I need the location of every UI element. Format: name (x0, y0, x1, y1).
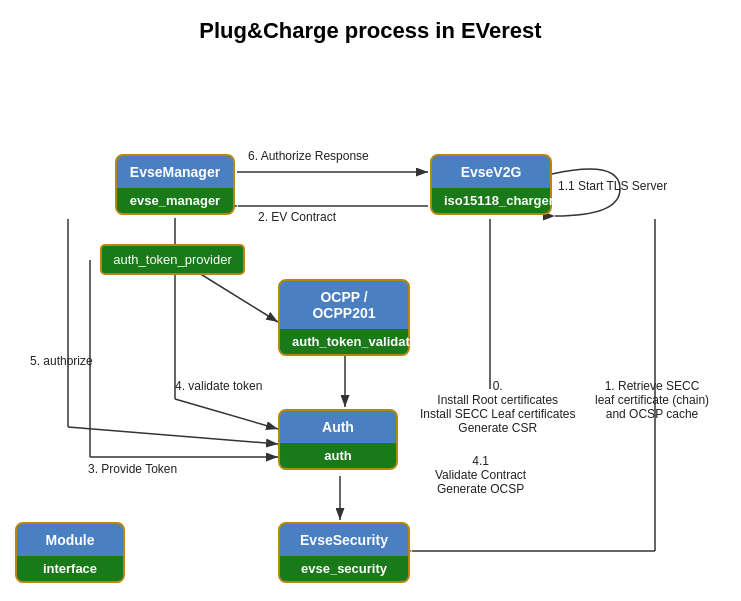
diagram-area: EvseManager evse_manager auth_token_prov… (0, 54, 741, 599)
annotation-provide-token: 3. Provide Token (88, 462, 177, 476)
module-interface: interface (17, 556, 123, 581)
module-box: Module interface (15, 522, 125, 583)
evse-v2g-box: EvseV2G iso15118_charger (430, 154, 552, 215)
module-label: Module (34, 524, 107, 556)
auth-box: Auth auth (278, 409, 398, 470)
ocpp-interface: auth_token_validator (280, 329, 408, 354)
evse-v2g-label: EvseV2G (449, 156, 534, 188)
evse-v2g-interface: iso15118_charger (432, 188, 550, 213)
svg-line-8 (175, 399, 278, 429)
auth-token-provider-box: auth_token_provider (100, 244, 245, 275)
evse-manager-box: EvseManager evse_manager (115, 154, 235, 215)
page-title: Plug&Charge process in EVerest (0, 0, 741, 54)
evse-manager-label: EvseManager (118, 156, 232, 188)
auth-token-provider-label: auth_token_provider (113, 252, 232, 267)
annotation-authorize: 5. authorize (30, 354, 93, 368)
evse-security-label: EvseSecurity (288, 524, 400, 556)
annotation-validate-token: 4. validate token (175, 379, 262, 393)
ocpp-label: OCPP / OCPP201 (300, 281, 387, 329)
auth-label: Auth (310, 411, 366, 443)
annotation-retrieve-secc: 1. Retrieve SECC leaf certificate (chain… (595, 379, 709, 421)
annotation-validate-contract: 4.1 Validate Contract Generate OCSP (435, 454, 526, 496)
svg-line-6 (68, 427, 278, 444)
annotation-tls: 1.1 Start TLS Server (558, 179, 667, 193)
evse-security-interface: evse_security (280, 556, 408, 581)
annotation-authorize-response: 6. Authorize Response (248, 149, 369, 163)
evse-manager-interface: evse_manager (117, 188, 233, 213)
evse-security-box: EvseSecurity evse_security (278, 522, 410, 583)
annotation-install: 0. Install Root certificates Install SEC… (420, 379, 575, 435)
annotation-ev-contract: 2. EV Contract (258, 210, 336, 224)
auth-interface: auth (280, 443, 396, 468)
ocpp-box: OCPP / OCPP201 auth_token_validator (278, 279, 410, 356)
